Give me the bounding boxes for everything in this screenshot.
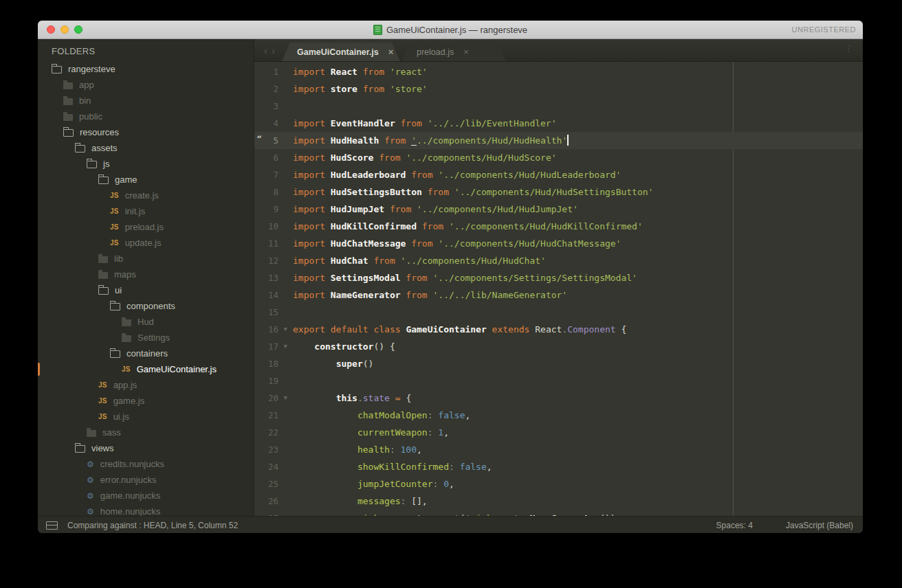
- sidebar-item-gameuicontainer-js[interactable]: JSGameUiContainer.js: [38, 361, 254, 377]
- javascript-file-icon: JS: [98, 381, 107, 389]
- folder-closed-icon: [87, 430, 96, 437]
- sidebar-item-views[interactable]: views: [38, 440, 254, 456]
- sidebar-item-home-nunjucks[interactable]: ⚙home.nunjucks: [38, 504, 254, 516]
- code-text: nickname: store.get('nickname', NameGene…: [293, 510, 863, 516]
- sidebar-item-lib[interactable]: lib: [38, 251, 254, 267]
- code-line-5[interactable]: “5import HudHealth from '../components/H…: [254, 132, 863, 149]
- code-text: messages: [],: [293, 493, 863, 510]
- tab-nav-forward-icon[interactable]: ›: [272, 45, 275, 56]
- code-line-26[interactable]: 26 messages: [],: [254, 493, 863, 510]
- sidebar-item-components[interactable]: components: [38, 298, 254, 314]
- sidebar-item-create-js[interactable]: JScreate.js: [38, 188, 254, 203]
- fold-arrow-icon[interactable]: ▼: [284, 321, 287, 338]
- gutter: 16▼: [254, 321, 293, 338]
- tab-overflow-icon[interactable]: ⋮: [844, 43, 853, 54]
- sidebar-item-public[interactable]: public: [38, 109, 254, 124]
- sidebar-item-maps[interactable]: maps: [38, 267, 254, 282]
- syntax-status[interactable]: JavaScript (Babel): [786, 521, 853, 530]
- zoom-window-button[interactable]: [74, 25, 82, 34]
- gutter: 15: [254, 304, 293, 321]
- document-proxy-icon: [373, 25, 382, 35]
- code-line-6[interactable]: 6import HudScore from '../components/Hud…: [254, 149, 863, 166]
- sidebar-item-game[interactable]: game: [38, 172, 254, 188]
- nunjucks-file-gear-icon: ⚙: [87, 508, 94, 516]
- fold-arrow-icon[interactable]: ▼: [284, 389, 287, 407]
- sidebar-item-containers[interactable]: containers: [38, 346, 254, 361]
- javascript-file-icon: JS: [98, 397, 107, 405]
- code-line-4[interactable]: 4import EventHandler from '../../lib/Eve…: [254, 115, 863, 132]
- code-line-22[interactable]: 22 currentWeapon: 1,: [254, 424, 863, 441]
- code-line-14[interactable]: 14import NameGenerator from '../../lib/N…: [254, 286, 863, 304]
- code-line-10[interactable]: 10import HudKillConfirmed from '../compo…: [254, 218, 863, 235]
- gutter: 10: [254, 218, 293, 235]
- code-line-16[interactable]: 16▼export default class GameUiContainer …: [254, 321, 863, 338]
- code-line-17[interactable]: 17▼ constructor() {: [254, 338, 863, 355]
- tab-close-icon[interactable]: ×: [463, 47, 469, 56]
- code-line-2[interactable]: 2import store from 'store': [254, 80, 863, 98]
- sidebar-item-sass[interactable]: sass: [38, 425, 254, 440]
- tab-preload-js[interactable]: preload.js×: [402, 43, 506, 61]
- tab-nav-back-icon[interactable]: ‹: [264, 45, 267, 56]
- code-line-9[interactable]: 9import HudJumpJet from '../components/H…: [254, 201, 863, 218]
- code-text: health: 100,: [293, 441, 863, 458]
- sidebar-item-assets[interactable]: assets: [38, 140, 254, 156]
- close-window-button[interactable]: [47, 25, 55, 34]
- line-number: 9: [273, 201, 278, 218]
- code-editor[interactable]: 1import React from 'react'2import store …: [254, 62, 863, 516]
- code-line-7[interactable]: 7import HudLeaderboard from '../componen…: [254, 166, 863, 183]
- code-line-19[interactable]: 19: [254, 372, 863, 389]
- window-titlebar[interactable]: GameUiContainer.js — rangersteve UNREGIS…: [38, 21, 863, 39]
- gutter: 11: [254, 235, 293, 252]
- sidebar-item-ui-js[interactable]: JSui.js: [38, 409, 254, 425]
- tab-gameuicontainer-js[interactable]: GameUiContainer.js×: [282, 43, 400, 61]
- sidebar-item-settings[interactable]: Settings: [38, 330, 254, 346]
- code-line-20[interactable]: 20▼ this.state = {: [254, 389, 863, 407]
- sidebar-item-credits-nunjucks[interactable]: ⚙credits.nunjucks: [38, 456, 254, 472]
- status-bar: Comparing against : HEAD, Line 5, Column…: [38, 516, 863, 533]
- sidebar-item-label: Settings: [138, 332, 170, 343]
- indentation-status[interactable]: Spaces: 4: [716, 521, 753, 530]
- tab-close-icon[interactable]: ×: [388, 47, 394, 56]
- sidebar-item-resources[interactable]: resources: [38, 124, 254, 140]
- sidebar-item-label: ui.js: [113, 411, 129, 422]
- show-panel-icon[interactable]: [46, 521, 58, 530]
- sidebar-item-app[interactable]: app: [38, 77, 254, 93]
- sidebar-item-init-js[interactable]: JSinit.js: [38, 203, 254, 219]
- code-line-15[interactable]: 15: [254, 304, 863, 321]
- folder-open-icon: [75, 145, 85, 152]
- sidebar-item-js[interactable]: js: [38, 156, 254, 172]
- minimize-window-button[interactable]: [60, 25, 69, 34]
- sidebar-item-ui[interactable]: ui: [38, 282, 254, 298]
- sidebar-item-label: bin: [79, 95, 91, 106]
- modified-line-diff-icon: “: [256, 131, 262, 148]
- sidebar-item-game-nunjucks[interactable]: ⚙game.nunjucks: [38, 488, 254, 504]
- code-line-1[interactable]: 1import React from 'react': [254, 63, 863, 80]
- code-text: [293, 304, 863, 321]
- gutter: 23: [254, 441, 293, 458]
- sublime-text-window: GameUiContainer.js — rangersteve UNREGIS…: [38, 21, 863, 533]
- code-line-24[interactable]: 24 showKillConfirmed: false,: [254, 458, 863, 475]
- code-line-27[interactable]: 27 nickname: store.get('nickname', NameG…: [254, 510, 863, 516]
- fold-arrow-icon[interactable]: ▼: [284, 338, 287, 355]
- code-line-25[interactable]: 25 jumpJetCounter: 0,: [254, 475, 863, 493]
- sidebar-item-update-js[interactable]: JSupdate.js: [38, 235, 254, 251]
- sidebar-item-rangersteve[interactable]: rangersteve: [38, 61, 254, 77]
- sidebar-item-hud[interactable]: Hud: [38, 314, 254, 330]
- sidebar-item-bin[interactable]: bin: [38, 93, 254, 109]
- code-line-11[interactable]: 11import HudChatMessage from '../compone…: [254, 235, 863, 252]
- sidebar-item-error-nunjucks[interactable]: ⚙error.nunjucks: [38, 472, 254, 488]
- code-line-13[interactable]: 13import SettingsModal from '../componen…: [254, 269, 863, 286]
- code-line-3[interactable]: 3: [254, 98, 863, 115]
- javascript-file-icon: JS: [122, 365, 131, 373]
- code-line-21[interactable]: 21 chatModalOpen: false,: [254, 407, 863, 424]
- code-line-18[interactable]: 18 super(): [254, 355, 863, 372]
- folder-open-icon: [110, 303, 120, 310]
- code-line-23[interactable]: 23 health: 100,: [254, 441, 863, 458]
- sidebar-item-preload-js[interactable]: JSpreload.js: [38, 219, 254, 235]
- code-line-12[interactable]: 12import HudChat from '../components/Hud…: [254, 252, 863, 269]
- sidebar-item-label: assets: [91, 143, 118, 153]
- sidebar-item-label: views: [91, 443, 114, 453]
- code-line-8[interactable]: 8import HudSettingsButton from '../compo…: [254, 183, 863, 201]
- sidebar-item-app-js[interactable]: JSapp.js: [38, 377, 254, 393]
- sidebar-item-game-js[interactable]: JSgame.js: [38, 393, 254, 409]
